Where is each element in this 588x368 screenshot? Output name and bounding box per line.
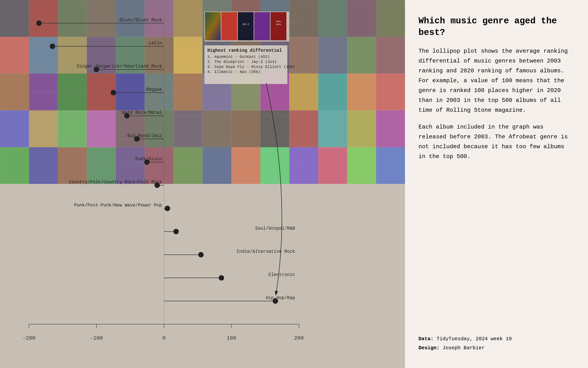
genre-label: Punk/Post-Punk/New Wave/Power Pop (74, 203, 162, 208)
album-thumb-kid (221, 12, 237, 40)
lollipop-dot (36, 20, 42, 26)
x-tick-label: -200 (22, 335, 35, 341)
footer-data-line: Data: TidyTuesday, 2024 week 19 (419, 334, 574, 343)
album-thumb-missy (254, 12, 270, 40)
x-tick-label: 0 (162, 335, 166, 341)
x-tick-label: -100 (90, 335, 103, 341)
annotation-item-4: 4. Illmatic - Nas (356) (207, 70, 260, 74)
right-panel: Which music genre aged the best? The lol… (405, 0, 588, 368)
annotation-title: Highest ranking differential (207, 48, 282, 53)
footer-data-label: Data: (419, 336, 434, 342)
genre-label: Indie/Alternative Rock (236, 249, 295, 254)
genre-label: Electronic (268, 272, 295, 277)
genre-label: Latin (149, 41, 162, 46)
genre-label: Country/Folk/Country Rock/Folk Rock (69, 180, 162, 185)
lollipop-chart: -200 -100 0 100 200 Blues/Blues Rock Lat… (0, 0, 405, 368)
genre-label: Hard Rock/Metal (122, 110, 162, 115)
annotation-item-3: 3. Supa Dupa Fly - Missy Elliott (408) (207, 65, 295, 69)
genre-label: Blues/Blues Rock (119, 18, 162, 23)
nas-label: SUPA (276, 20, 281, 23)
genre-label: Big Band/Jazz (127, 133, 162, 138)
description-1: The lollipop plot shows the average rank… (419, 46, 574, 115)
lollipop-dot (111, 90, 116, 95)
chart-container: -200 -100 0 100 200 Blues/Blues Rock Lat… (0, 0, 405, 368)
footer-design-value: Joseph Barbier (443, 345, 485, 351)
lollipop-dot (219, 275, 224, 281)
page-title: Which music genre aged the best? (419, 15, 574, 39)
footer-data-value: TidyTuesday, 2024 week 19 (437, 336, 512, 342)
annotation-item-2: 2. The Blueprint - Jay-Z (414) (207, 60, 277, 64)
chart-panel: -200 -100 0 100 200 Blues/Blues Rock Lat… (0, 0, 405, 368)
album-thumb-outkast (205, 12, 221, 40)
x-tick-label: 100 (227, 335, 236, 341)
album-thumb-jayz (238, 12, 254, 40)
x-tick-label: 200 (294, 335, 304, 341)
lollipop-dot (173, 229, 179, 234)
annotation-arrow (266, 83, 282, 295)
footer-credits: Data: TidyTuesday, 2024 week 19 Design: … (419, 327, 574, 353)
annotation-item-1: 1. Aquemini - OutKast (452) (207, 55, 270, 59)
genre-label: Reggae (146, 87, 162, 92)
genre-label: Soul/Gospel/R&B (255, 226, 295, 231)
lollipop-dot (198, 252, 204, 258)
footer-design-line: Design: Joseph Barbier (419, 343, 574, 353)
nas-label2: DUPA (276, 23, 281, 26)
album-thumb-nas (271, 12, 286, 40)
genre-label: Singer-Songwriter/Heartland Rock (77, 64, 162, 69)
lollipop-dot (50, 44, 55, 49)
description-2: Each album included in the graph was rel… (419, 122, 574, 162)
lollipop-dot (165, 206, 170, 211)
footer-design-label: Design: (419, 345, 439, 351)
jayz-label: JAY-Z (242, 23, 249, 26)
genre-label: Hip-Hop/Rap (266, 295, 295, 300)
genre-label: Funk/Disco (135, 156, 162, 162)
